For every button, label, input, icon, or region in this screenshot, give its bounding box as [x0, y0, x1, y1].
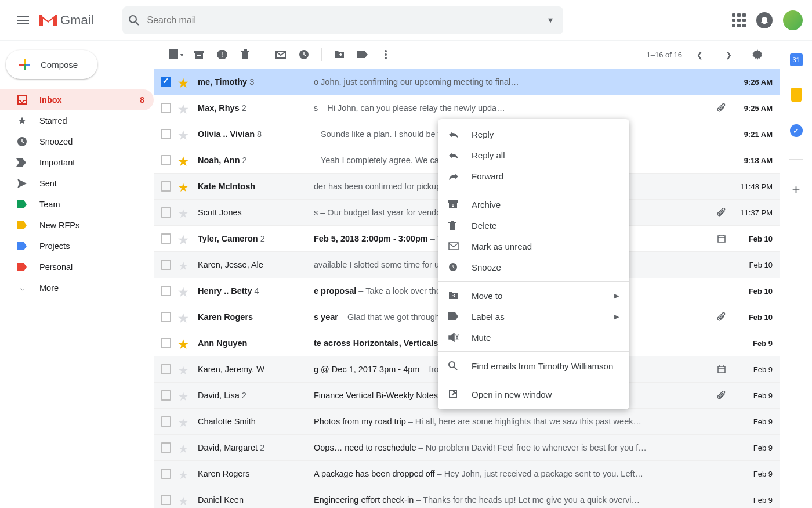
star-icon[interactable]: ★	[178, 390, 190, 401]
nav-starred[interactable]: ★Starred	[0, 110, 154, 131]
delete-icon[interactable]	[234, 43, 257, 66]
subject: A package has been dropped off – Hey Joh…	[314, 469, 717, 478]
select-all-checkbox[interactable]: ▾	[164, 43, 187, 66]
search-bar[interactable]: ▾	[122, 6, 563, 34]
ctx-delete[interactable]: Delete	[438, 215, 629, 236]
label-icon[interactable]	[351, 43, 374, 66]
account-avatar[interactable]	[783, 10, 803, 30]
svg-rect-7	[195, 53, 203, 59]
row-checkbox[interactable]	[161, 233, 171, 244]
email-row[interactable]: ★Karen RogersA package has been dropped …	[154, 461, 780, 487]
email-row[interactable]: ★David, Margaret 2Oops… need to reschedu…	[154, 435, 780, 461]
label-icon	[16, 263, 28, 271]
email-row[interactable]: ★Charlotte SmithPhotos from my road trip…	[154, 409, 780, 435]
ctx-mute[interactable]: Mute	[438, 327, 629, 348]
svg-point-16	[385, 53, 387, 56]
ctx-mark-as-unread[interactable]: Mark as unread	[438, 236, 629, 257]
settings-icon[interactable]	[746, 43, 769, 66]
notifications-icon[interactable]	[756, 12, 773, 28]
star-icon[interactable]: ★	[178, 494, 190, 506]
archive-icon[interactable]	[187, 43, 211, 66]
chevron-right-icon: ▶	[614, 313, 619, 320]
star-icon[interactable]: ★	[178, 259, 190, 271]
row-checkbox[interactable]	[161, 77, 171, 87]
search-input[interactable]	[147, 15, 543, 26]
row-checkbox[interactable]	[161, 155, 171, 165]
move-to-icon[interactable]	[328, 43, 351, 66]
row-checkbox[interactable]	[161, 103, 171, 113]
ctx-archive[interactable]: Archive	[438, 194, 629, 215]
main-menu-icon[interactable]	[9, 6, 37, 34]
row-checkbox[interactable]	[161, 469, 171, 479]
star-icon[interactable]: ★	[178, 181, 190, 192]
svg-rect-24	[449, 223, 455, 230]
more-icon[interactable]	[374, 43, 397, 66]
ctx-move-to[interactable]: Move to▶	[438, 285, 629, 306]
ctx-reply[interactable]: Reply	[438, 124, 629, 145]
nav-sent[interactable]: Sent	[0, 173, 154, 194]
ctx-label-as[interactable]: Label as▶	[438, 306, 629, 327]
next-page-icon[interactable]: ❯	[717, 43, 740, 66]
svg-point-27	[449, 362, 455, 368]
star-icon[interactable]: ★	[178, 207, 190, 218]
nav-important[interactable]: Important	[0, 152, 154, 173]
row-checkbox[interactable]	[161, 338, 171, 348]
star-icon[interactable]: ★	[178, 311, 190, 323]
row-checkbox[interactable]	[161, 495, 171, 505]
add-addon-icon[interactable]: +	[792, 182, 800, 198]
gmail-logo[interactable]: Gmail	[39, 13, 93, 28]
spam-icon[interactable]: !	[211, 43, 234, 66]
row-checkbox[interactable]	[161, 207, 171, 218]
nav-snoozed[interactable]: Snoozed	[0, 131, 154, 152]
nav-team[interactable]: Team	[0, 194, 154, 215]
star-icon[interactable]: ★	[178, 363, 190, 375]
search-options-icon[interactable]: ▾	[543, 15, 557, 26]
nav-more[interactable]: ⌵More	[0, 278, 154, 298]
calendar-icon[interactable]: 31	[790, 53, 803, 66]
attachment-icon	[717, 103, 730, 113]
row-checkbox[interactable]	[161, 129, 171, 139]
star-icon[interactable]: ★	[178, 442, 190, 453]
email-row[interactable]: ★Daniel KeenEngineering effort check-in …	[154, 487, 780, 508]
mark-unread-icon[interactable]	[269, 43, 292, 66]
star-icon[interactable]: ★	[178, 102, 190, 114]
row-checkbox[interactable]	[161, 442, 171, 453]
keep-icon[interactable]	[791, 88, 802, 102]
star-icon[interactable]: ★	[178, 416, 190, 427]
star-icon[interactable]: ★	[178, 128, 190, 140]
star-icon: ★	[16, 114, 28, 127]
row-checkbox[interactable]	[161, 286, 171, 296]
ctx-forward[interactable]: Forward	[438, 165, 629, 186]
row-checkbox[interactable]	[161, 181, 171, 192]
star-icon[interactable]: ★	[178, 285, 190, 297]
row-checkbox[interactable]	[161, 416, 171, 427]
svg-rect-23	[448, 222, 456, 223]
compose-button[interactable]: Compose	[6, 50, 97, 79]
nav-personal[interactable]: Personal	[0, 257, 154, 278]
prev-page-icon[interactable]: ❮	[688, 43, 711, 66]
nav-projects[interactable]: Projects	[0, 236, 154, 257]
email-row[interactable]: ★me, Timothy 3o John, just confirming ou…	[154, 69, 780, 95]
timestamp: 9:21 AM	[730, 130, 773, 139]
email-row[interactable]: ★Max, Rhys 2s – Hi John, can you please …	[154, 95, 780, 121]
ctx-reply-all[interactable]: Reply all	[438, 145, 629, 165]
row-checkbox[interactable]	[161, 260, 171, 270]
ctx-snooze[interactable]: Snooze	[438, 257, 629, 278]
ctx-open-in-new-window[interactable]: Open in new window	[438, 384, 629, 405]
timestamp: Feb 9	[730, 496, 773, 505]
apps-icon[interactable]	[732, 13, 746, 27]
star-icon[interactable]: ★	[178, 154, 190, 166]
star-icon[interactable]: ★	[178, 468, 190, 480]
row-checkbox[interactable]	[161, 364, 171, 374]
snooze-icon[interactable]	[292, 43, 316, 66]
tasks-icon[interactable]: ✓	[790, 124, 803, 137]
toolbar: ▾ ! 1–16 of 16 ❮ ❯	[154, 41, 780, 69]
row-checkbox[interactable]	[161, 390, 171, 401]
nav-inbox[interactable]: Inbox8	[0, 89, 154, 110]
star-icon[interactable]: ★	[178, 233, 190, 244]
row-checkbox[interactable]	[161, 312, 171, 322]
star-icon[interactable]: ★	[178, 337, 190, 349]
star-icon[interactable]: ★	[178, 76, 190, 88]
nav-new-rfps[interactable]: New RFPs	[0, 215, 154, 236]
ctx-find-emails-from-timothy[interactable]: Find emails from Timothy Williamson	[438, 355, 629, 376]
